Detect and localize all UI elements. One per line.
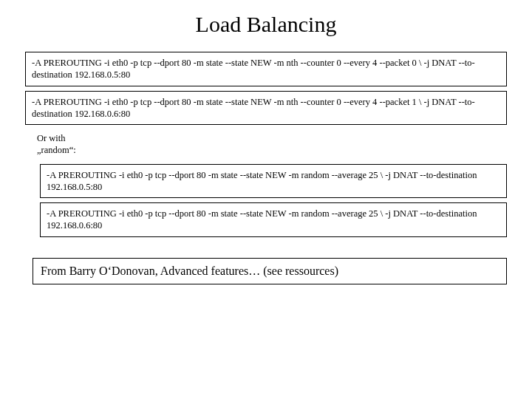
note-text: Or with „random“: bbox=[37, 132, 532, 157]
note-line-1: Or with bbox=[37, 133, 66, 143]
footer-credit: From Barry O‘Donovan, Advanced features…… bbox=[33, 258, 507, 284]
rule-box-nth-1: -A PREROUTING -i eth0 -p tcp --dport 80 … bbox=[25, 52, 507, 86]
rule-box-random-2: -A PREROUTING -i eth0 -p tcp --dport 80 … bbox=[40, 202, 507, 237]
note-line-2: „random“: bbox=[37, 145, 76, 155]
rule-box-nth-2: -A PREROUTING -i eth0 -p tcp --dport 80 … bbox=[25, 91, 507, 126]
page-title: Load Balancing bbox=[0, 0, 532, 52]
rule-box-random-1: -A PREROUTING -i eth0 -p tcp --dport 80 … bbox=[40, 164, 507, 199]
